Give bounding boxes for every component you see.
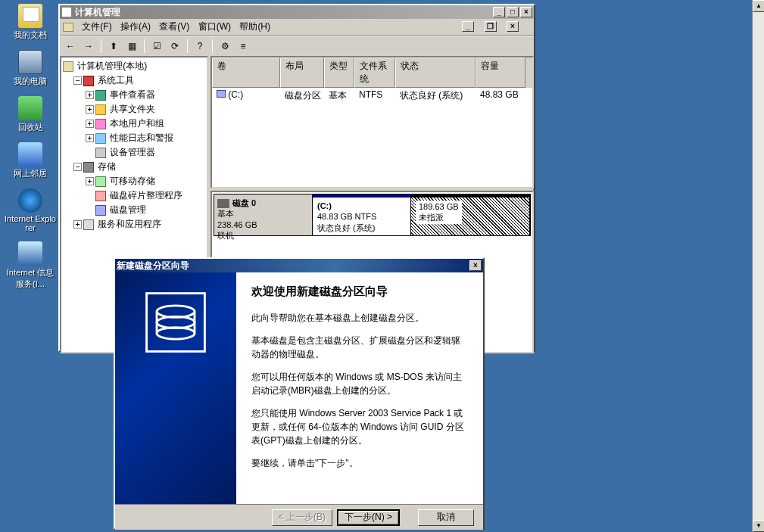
tree-storage[interactable]: − 存储 — [63, 160, 205, 174]
col-filesystem[interactable]: 文件系统 — [354, 58, 395, 88]
list-row[interactable]: (C:) 磁盘分区 基本 NTFS 状态良好 (系统) 48.83 GB — [212, 88, 532, 104]
scroll-down-button[interactable]: ▼ — [753, 520, 764, 532]
tools-icon — [83, 76, 94, 86]
folder-icon — [18, 4, 42, 28]
tree-local-users[interactable]: + 本地用户和组 — [63, 117, 205, 131]
recycle-icon — [18, 96, 42, 120]
col-capacity[interactable]: 容量 — [476, 58, 525, 88]
list-button[interactable]: ≡ — [235, 39, 251, 54]
properties-button[interactable]: ☑ — [149, 39, 164, 54]
forward-button[interactable]: → — [81, 39, 96, 54]
expand-icon[interactable]: + — [73, 220, 82, 229]
expand-icon[interactable]: + — [86, 177, 94, 185]
iis-icon — [18, 241, 42, 266]
help-button[interactable]: ? — [192, 39, 207, 54]
perf-icon — [95, 133, 106, 144]
back-button[interactable]: ← — [63, 39, 78, 54]
partition-c[interactable]: (C:) 48.83 GB NTFS 状态良好 (系统) — [313, 194, 411, 235]
mgmt-titlebar[interactable]: 计算机管理 _ □ × — [60, 5, 534, 19]
wizard-button-bar: < 上一步(B) 下一步(N) > 取消 — [115, 504, 483, 530]
disk-info[interactable]: 磁盘 0 基本 238.46 GB 联机 — [214, 194, 313, 235]
mdi-minimize-button[interactable]: _ — [462, 21, 474, 32]
settings-button[interactable]: ⚙ — [217, 39, 232, 54]
storage-icon — [83, 162, 94, 173]
partition-unallocated[interactable]: 189.63 GB 未指派 — [411, 194, 530, 235]
wizard-text: 此向导帮助您在基本磁盘上创建磁盘分区。 — [251, 311, 468, 325]
mgmt-title: 计算机管理 — [75, 6, 120, 19]
menu-file[interactable]: 文件(F) — [82, 21, 111, 32]
col-type[interactable]: 类型 — [324, 58, 354, 88]
desktop-icon-network[interactable]: 网上邻居 — [4, 142, 57, 179]
removable-icon — [95, 176, 106, 187]
desktop-icon-ie[interactable]: Internet Explorer — [4, 188, 57, 232]
desktop-icons: 我的文档 我的电脑 回收站 网上邻居 Internet Explorer Int… — [4, 4, 57, 299]
expand-icon[interactable]: + — [86, 91, 94, 99]
wizard-heading: 欢迎使用新建磁盘分区向导 — [251, 283, 468, 300]
desktop-icon-my-computer[interactable]: 我的电脑 — [4, 50, 57, 87]
defrag-icon — [95, 191, 106, 201]
next-button[interactable]: 下一步(N) > — [337, 509, 400, 526]
mgmt-title-icon — [61, 7, 72, 17]
mgmt-toolbar: ← → ⬆ ▦ ☑ ⟳ ? ⚙ ≡ — [60, 36, 534, 56]
wizard-content: 欢迎使用新建磁盘分区向导 此向导帮助您在基本磁盘上创建磁盘分区。 基本磁盘是包含… — [236, 272, 483, 504]
close-button[interactable]: × — [520, 7, 532, 17]
computer-icon — [63, 61, 73, 72]
desktop-icon-recycle-bin[interactable]: 回收站 — [4, 96, 57, 133]
expand-icon[interactable]: + — [86, 120, 94, 128]
refresh-button[interactable]: ⟳ — [167, 39, 182, 54]
tree-services-apps[interactable]: + 服务和应用程序 — [63, 217, 205, 232]
network-icon — [18, 142, 42, 166]
ie-icon — [18, 188, 42, 213]
event-icon — [95, 90, 106, 101]
tree-shared-folders[interactable]: + 共享文件夹 — [63, 102, 205, 117]
share-icon — [95, 104, 106, 115]
disk-row: 磁盘 0 基本 238.46 GB 联机 (C:) 48.83 GB NTFS … — [214, 194, 531, 236]
tree-event-viewer[interactable]: + 事件查看器 — [63, 88, 205, 102]
services-icon — [83, 219, 94, 230]
page-scrollbar[interactable]: ▲ ▼ — [752, 0, 764, 532]
collapse-icon[interactable]: − — [73, 76, 82, 85]
up-button[interactable]: ⬆ — [106, 39, 121, 54]
tree-performance[interactable]: + 性能日志和警报 — [63, 131, 205, 145]
wizard-text: 您可以用任何版本的 Windows 或 MS-DOS 来访问主启动记录(MBR)… — [251, 370, 468, 397]
mdi-restore-button[interactable]: ❐ — [485, 21, 497, 32]
svg-rect-0 — [147, 294, 205, 352]
volume-icon — [217, 90, 226, 98]
new-partition-wizard: 新建磁盘分区向导 × 欢迎使用新建磁盘分区向导 此向导帮助您在基本磁盘上创建磁盘… — [114, 257, 485, 530]
maximize-button[interactable]: □ — [507, 7, 519, 17]
menu-window[interactable]: 窗口(W) — [198, 21, 231, 32]
expand-icon[interactable]: + — [86, 105, 94, 114]
scroll-track[interactable] — [753, 12, 764, 520]
menu-view[interactable]: 查看(V) — [159, 21, 189, 32]
col-volume[interactable]: 卷 — [212, 58, 280, 88]
list-header: 卷 布局 类型 文件系统 状态 容量 — [212, 58, 532, 88]
collapse-icon[interactable]: − — [73, 163, 82, 171]
menu-help[interactable]: 帮助(H) — [239, 21, 270, 32]
desktop-icon-iis[interactable]: Internet 信息服务(I... — [4, 241, 57, 290]
disk-hw-icon — [217, 199, 229, 208]
tree-disk-management[interactable]: 磁盘管理 — [63, 203, 205, 217]
tree-defrag[interactable]: 磁盘碎片整理程序 — [63, 188, 205, 203]
expand-icon[interactable]: + — [86, 134, 94, 142]
show-hide-tree-button[interactable]: ▦ — [124, 39, 139, 54]
tree-root[interactable]: 计算机管理(本地) — [63, 59, 205, 73]
wizard-title: 新建磁盘分区向导 — [117, 260, 189, 272]
col-status[interactable]: 状态 — [395, 58, 476, 88]
volume-list[interactable]: 卷 布局 类型 文件系统 状态 容量 (C:) 磁盘分区 基本 NTFS 状态良… — [210, 56, 534, 188]
tree-removable-storage[interactable]: + 可移动存储 — [63, 174, 205, 188]
mgmt-menubar: 文件(F) 操作(A) 查看(V) 窗口(W) 帮助(H) _ ❐ × — [60, 19, 534, 36]
tree-device-manager[interactable]: 设备管理器 — [63, 145, 205, 160]
mdi-close-button[interactable]: × — [507, 21, 519, 32]
tree-system-tools[interactable]: − 系统工具 — [63, 73, 205, 88]
wizard-titlebar[interactable]: 新建磁盘分区向导 × — [115, 259, 483, 272]
wizard-close-button[interactable]: × — [469, 260, 482, 271]
users-icon — [95, 119, 106, 129]
disk-stack-icon — [139, 286, 212, 359]
cancel-button[interactable]: 取消 — [418, 509, 474, 526]
menu-action[interactable]: 操作(A) — [120, 21, 151, 32]
desktop-icon-my-documents[interactable]: 我的文档 — [4, 4, 57, 41]
scroll-up-button[interactable]: ▲ — [753, 0, 764, 12]
minimize-button[interactable]: _ — [493, 7, 505, 17]
col-layout[interactable]: 布局 — [280, 58, 324, 88]
mgmt-menu-icon — [63, 23, 73, 32]
